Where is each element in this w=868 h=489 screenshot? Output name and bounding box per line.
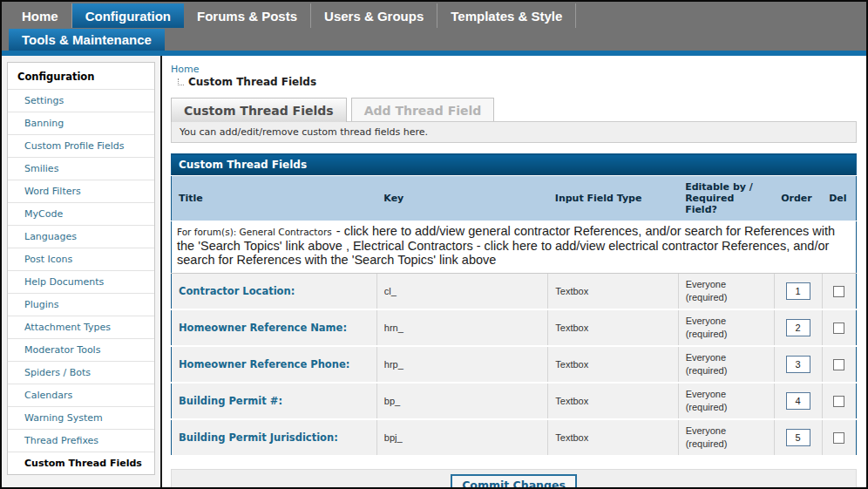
page-body: Configuration Settings Banning Custom Pr…	[2, 56, 866, 487]
nav-tab-tools-maintenance[interactable]: Tools & Maintenance	[9, 29, 165, 51]
field-input-type: Textbox	[548, 419, 678, 456]
sidebar-header-configuration: Configuration	[8, 63, 154, 89]
sidebar: Configuration Settings Banning Custom Pr…	[2, 56, 160, 487]
nav-row-2: Tools & Maintenance	[2, 29, 866, 51]
sidebar-item-mycode[interactable]: MyCode	[8, 202, 154, 225]
commit-bar: Commit Changes	[171, 469, 857, 489]
field-editable: Everyone (required)	[678, 419, 774, 456]
delete-checkbox[interactable]	[833, 286, 844, 297]
field-key: hrp_	[376, 346, 548, 383]
page-tabs: Custom Thread Fields Add Thread Field	[171, 98, 857, 121]
field-title-link[interactable]: Building Permit Jurisdiction:	[179, 431, 338, 444]
breadcrumb-current-line: Custom Thread Fields	[171, 77, 857, 88]
forum-note: For forum(s): General Contractors - clic…	[172, 221, 857, 274]
commit-changes-button[interactable]: Commit Changes	[451, 474, 577, 489]
field-editable: Everyone (required)	[678, 383, 774, 419]
breadcrumb-home-link[interactable]: Home	[171, 64, 199, 75]
column-header-del: Del	[822, 176, 856, 221]
field-title-link[interactable]: Homeowner Reference Name:	[179, 322, 347, 334]
field-key: cl_	[376, 274, 548, 310]
top-navigation: Home Configuration Forums & Posts Users …	[2, 2, 866, 56]
field-key: bp_	[376, 383, 548, 419]
order-input[interactable]	[786, 356, 810, 373]
table-row: Building Permit Jurisdiction: bpj_ Textb…	[172, 419, 857, 456]
column-header-editable-required: Editable by / Required Field?	[678, 176, 774, 221]
sidebar-item-spiders-bots[interactable]: Spiders / Bots	[8, 361, 154, 384]
delete-checkbox[interactable]	[833, 359, 844, 370]
table-title: Custom Thread Fields	[172, 154, 857, 176]
tree-connector-icon	[178, 78, 184, 85]
sidebar-item-thread-prefixes[interactable]: Thread Prefixes	[8, 429, 154, 452]
nav-tab-forums-posts[interactable]: Forums & Posts	[184, 3, 311, 28]
field-title-link[interactable]: Contractor Location:	[179, 285, 295, 297]
table-row: Homeowner Reference Phone: hrp_ Textbox …	[172, 346, 857, 383]
delete-checkbox[interactable]	[833, 323, 844, 334]
editable-by-value: Everyone	[686, 315, 767, 328]
sidebar-item-warning-system[interactable]: Warning System	[8, 406, 154, 429]
forum-note-prefix: For forum(s): General Contractors	[177, 227, 332, 237]
tab-add-thread-field[interactable]: Add Thread Field	[351, 98, 495, 122]
delete-checkbox[interactable]	[833, 432, 844, 444]
editable-by-value: Everyone	[686, 351, 767, 364]
order-input[interactable]	[786, 429, 810, 446]
sidebar-item-languages[interactable]: Languages	[8, 225, 154, 248]
nav-tab-configuration[interactable]: Configuration	[72, 3, 184, 28]
editable-by-value: Everyone	[686, 278, 767, 291]
sidebar-item-post-icons[interactable]: Post Icons	[8, 248, 154, 270]
tab-description: You can add/edit/remove custom thread fi…	[171, 121, 857, 143]
order-input[interactable]	[786, 319, 810, 336]
tab-custom-thread-fields[interactable]: Custom Thread Fields	[171, 98, 347, 122]
table-row: Building Permit #: bp_ Textbox Everyone …	[172, 383, 857, 419]
sidebar-item-custom-profile-fields[interactable]: Custom Profile Fields	[8, 134, 154, 157]
main-content: Home Custom Thread Fields Custom Thread …	[162, 56, 866, 487]
order-input[interactable]	[786, 282, 810, 300]
table-row: Contractor Location: cl_ Textbox Everyon…	[172, 274, 857, 310]
required-value: (required)	[686, 438, 767, 451]
field-editable: Everyone (required)	[678, 346, 774, 383]
sidebar-item-plugins[interactable]: Plugins	[8, 293, 154, 316]
sidebar-item-moderator-tools[interactable]: Moderator Tools	[8, 338, 154, 361]
table-column-header-row: Title Key Input Field Type Editable by /…	[172, 176, 857, 221]
field-input-type: Textbox	[548, 274, 678, 310]
sidebar-item-settings[interactable]: Settings	[8, 89, 154, 112]
sidebar-item-help-documents[interactable]: Help Documents	[8, 270, 154, 293]
field-input-type: Textbox	[548, 346, 678, 383]
field-title-link[interactable]: Building Permit #:	[179, 395, 282, 407]
nav-row-1: Home Configuration Forums & Posts Users …	[2, 3, 866, 28]
page-title: Custom Thread Fields	[188, 77, 316, 88]
sidebar-menu: Configuration Settings Banning Custom Pr…	[7, 62, 155, 475]
sidebar-item-calendars[interactable]: Calendars	[8, 384, 154, 406]
delete-checkbox[interactable]	[833, 396, 844, 407]
editable-by-value: Everyone	[686, 424, 767, 438]
field-title-link[interactable]: Homeowner Reference Phone:	[179, 358, 349, 370]
nav-tab-templates-style[interactable]: Templates & Style	[437, 3, 576, 28]
field-input-type: Textbox	[548, 309, 678, 346]
field-key: bpj_	[376, 419, 548, 456]
sidebar-item-word-filters[interactable]: Word Filters	[8, 180, 154, 202]
column-header-key: Key	[376, 176, 548, 221]
custom-thread-fields-table: Custom Thread Fields Title Key Input Fie…	[171, 153, 857, 457]
order-input[interactable]	[786, 392, 810, 410]
field-editable: Everyone (required)	[678, 274, 774, 310]
required-value: (required)	[686, 328, 767, 341]
field-input-type: Textbox	[548, 383, 678, 419]
table-title-bar: Custom Thread Fields	[172, 154, 857, 176]
table-row: Homeowner Reference Name: hrn_ Textbox E…	[172, 309, 857, 346]
sidebar-item-banning[interactable]: Banning	[8, 112, 154, 134]
sidebar-item-attachment-types[interactable]: Attachment Types	[8, 316, 154, 338]
editable-by-value: Everyone	[686, 388, 767, 401]
nav-tab-home[interactable]: Home	[9, 3, 72, 28]
breadcrumb: Home Custom Thread Fields	[171, 64, 857, 88]
forum-note-row: For forum(s): General Contractors - clic…	[172, 221, 857, 274]
nav-tab-users-groups[interactable]: Users & Groups	[311, 3, 437, 28]
field-editable: Everyone (required)	[678, 309, 774, 346]
column-header-title: Title	[172, 176, 377, 221]
column-header-input-field-type: Input Field Type	[548, 176, 678, 221]
admin-window: Home Configuration Forums & Posts Users …	[0, 0, 868, 489]
required-value: (required)	[686, 401, 767, 414]
field-key: hrn_	[376, 309, 548, 346]
column-header-order: Order	[774, 176, 822, 221]
required-value: (required)	[686, 291, 767, 304]
sidebar-item-smilies[interactable]: Smilies	[8, 157, 154, 180]
sidebar-item-custom-thread-fields[interactable]: Custom Thread Fields	[8, 452, 154, 474]
